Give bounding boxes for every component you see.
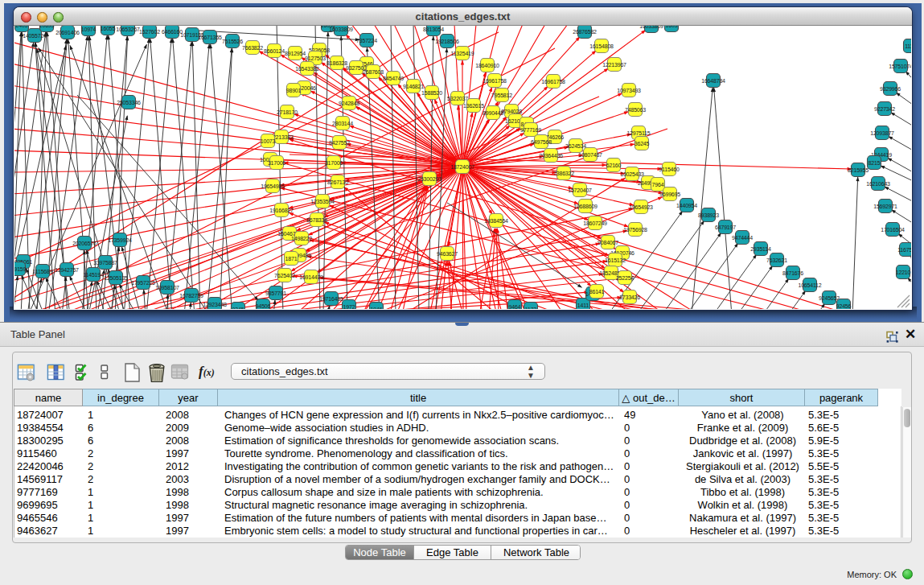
svg-text:19654923: 19654923	[629, 204, 653, 210]
svg-text:18640910: 18640910	[475, 63, 499, 68]
svg-text:8813054: 8813054	[423, 27, 444, 32]
svg-text:10653267: 10653267	[116, 27, 140, 32]
svg-text:9084067: 9084067	[598, 240, 618, 245]
svg-text:16033809: 16033809	[329, 27, 353, 32]
svg-text:20364436: 20364436	[539, 153, 563, 159]
svg-text:5322037: 5322037	[447, 96, 468, 101]
svg-text:39159: 39159	[14, 266, 27, 272]
svg-text:317006: 317006	[268, 160, 285, 166]
svg-text:17016504: 17016504	[881, 227, 905, 233]
svg-text:16033809: 16033809	[639, 26, 663, 29]
svg-text:8215955: 8215955	[848, 167, 869, 173]
svg-text:15720407: 15720407	[568, 187, 592, 193]
svg-text:19716485: 19716485	[319, 296, 343, 302]
svg-text:19756928: 19756928	[623, 227, 647, 233]
svg-text:20693: 20693	[39, 26, 55, 28]
svg-text:19384554: 19384554	[484, 218, 508, 224]
svg-text:12213967: 12213967	[602, 62, 626, 68]
svg-text:16671355: 16671355	[198, 35, 222, 40]
svg-text:16961758: 16961758	[541, 79, 565, 84]
svg-text:6497568: 6497568	[531, 139, 552, 145]
svg-text:16961758: 16961758	[483, 78, 507, 84]
svg-text:12353594: 12353594	[310, 199, 335, 204]
svg-text:12923448: 12923448	[203, 302, 227, 307]
svg-text:94506: 94506	[256, 303, 271, 309]
svg-text:18724007: 18724007	[450, 164, 474, 170]
svg-text:14055724: 14055724	[23, 33, 47, 39]
svg-text:2718170: 2718170	[277, 109, 298, 115]
svg-text:7515526: 7515526	[222, 39, 243, 44]
svg-text:7632621: 7632621	[766, 257, 787, 263]
svg-text:1733426: 1733426	[619, 295, 640, 300]
svg-text:8912954: 8912954	[285, 51, 306, 56]
svg-text:10807487: 10807487	[578, 152, 602, 158]
svg-text:20691406: 20691406	[55, 30, 80, 35]
svg-text:9463627: 9463627	[437, 251, 458, 257]
svg-text:1362615: 1362615	[463, 103, 484, 109]
svg-text:19166827: 19166827	[269, 208, 294, 213]
svg-text:9329966: 9329966	[880, 86, 901, 92]
svg-text:8454749: 8454749	[383, 76, 404, 81]
svg-text:11325419: 11325419	[450, 51, 474, 56]
svg-text:98901: 98901	[286, 88, 302, 93]
svg-text:8678334: 8678334	[306, 217, 327, 223]
svg-text:2405: 2405	[16, 26, 28, 28]
svg-text:16648784: 16648784	[701, 78, 725, 84]
svg-text:16154808: 16154808	[589, 43, 614, 49]
svg-text:10958107: 10958107	[155, 285, 179, 290]
svg-text:1588520: 1588520	[421, 90, 442, 96]
svg-text:25300293: 25300293	[417, 176, 441, 182]
svg-text:8215: 8215	[869, 160, 881, 166]
svg-text:1603: 1603	[666, 26, 678, 28]
svg-text:10973493: 10973493	[617, 88, 641, 93]
svg-text:26876582: 26876582	[573, 29, 597, 35]
svg-text:6479197: 6479197	[715, 225, 736, 230]
svg-text:12505135: 12505135	[104, 275, 128, 281]
svg-text:2935114: 2935114	[750, 246, 771, 252]
svg-text:8471676: 8471676	[782, 270, 803, 276]
svg-text:16914479: 16914479	[299, 274, 323, 280]
svg-text:36245: 36245	[634, 141, 650, 146]
svg-text:9464: 9464	[509, 304, 521, 309]
svg-text:12210: 12210	[896, 270, 911, 275]
svg-text:18607249: 18607249	[583, 220, 607, 226]
svg-text:16210643: 16210643	[866, 181, 890, 187]
svg-text:12942757: 12942757	[55, 267, 79, 273]
svg-text:1871: 1871	[285, 256, 298, 262]
svg-text:8427552: 8427552	[329, 140, 350, 146]
svg-text:2803144: 2803144	[332, 121, 353, 126]
svg-text:9777169: 9777169	[520, 127, 541, 133]
svg-text:1145194: 1145194	[83, 272, 104, 278]
svg-text:33975887: 33975887	[93, 260, 117, 266]
svg-text:10974: 10974	[81, 27, 97, 32]
svg-text:9227342: 9227342	[874, 106, 895, 112]
svg-text:1527602: 1527602	[139, 29, 160, 35]
svg-text:10073: 10073	[261, 138, 276, 144]
svg-text:9115460: 9115460	[659, 167, 680, 172]
svg-text:9242848: 9242848	[339, 101, 359, 106]
svg-text:8267130: 8267130	[327, 179, 348, 185]
svg-text:86141: 86141	[589, 289, 605, 295]
svg-text:1173: 1173	[525, 307, 537, 309]
svg-text:1946: 1946	[371, 307, 383, 309]
svg-text:17957225: 17957225	[131, 280, 155, 286]
svg-text:3624534: 3624534	[565, 143, 586, 149]
svg-text:25053346: 25053346	[117, 100, 141, 105]
svg-text:12093877: 12093877	[870, 130, 894, 136]
svg-text:9699695: 9699695	[659, 192, 680, 197]
svg-text:1411: 1411	[577, 303, 589, 308]
svg-text:9127503: 9127503	[305, 56, 326, 61]
svg-text:10025433: 10025433	[620, 171, 644, 177]
svg-text:9857791: 9857791	[265, 290, 286, 296]
svg-text:92456: 92456	[836, 303, 852, 309]
svg-text:1498222: 1498222	[291, 236, 312, 241]
svg-text:15692971: 15692971	[873, 204, 897, 209]
svg-text:7964: 7964	[652, 182, 664, 187]
svg-text:9146821: 9146821	[403, 84, 424, 89]
svg-text:9474444: 9474444	[732, 235, 753, 241]
svg-text:317006: 317006	[325, 160, 343, 166]
svg-text:1615132: 1615132	[605, 257, 626, 263]
svg-text:15751074: 15751074	[889, 64, 911, 69]
svg-text:2687608: 2687608	[363, 69, 384, 75]
svg-text:8660124: 8660124	[264, 48, 285, 54]
